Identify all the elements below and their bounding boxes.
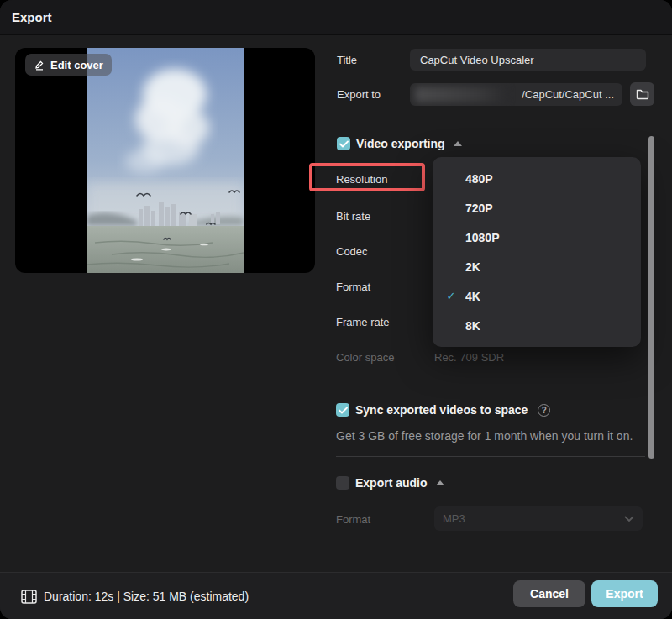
audio-format-value: MP3 (443, 512, 465, 525)
edit-cover-button[interactable]: Edit cover (25, 54, 112, 76)
sync-checkbox-row[interactable]: Sync exported videos to space ? (336, 403, 550, 417)
sync-checkbox[interactable] (336, 403, 349, 417)
export-audio-checkbox[interactable] (336, 476, 349, 490)
cover-photo-image (87, 48, 244, 273)
dropdown-option-2k[interactable]: 2K (433, 252, 641, 281)
export-path-value: /CapCut/CapCut ... (522, 88, 614, 101)
dropdown-option-label: 480P (465, 172, 493, 186)
video-exporting-label: Video exporting (356, 137, 445, 150)
check-icon (339, 140, 349, 148)
codec-label: Codec (336, 245, 368, 258)
collapse-arrow-icon[interactable] (436, 480, 444, 485)
export-dialog: Export (0, 0, 672, 619)
dropdown-option-480p[interactable]: 480P (433, 164, 641, 193)
frame-rate-label: Frame rate (336, 316, 390, 328)
dropdown-option-label: 1080P (465, 231, 499, 244)
dropdown-option-4k-selected[interactable]: ✓ 4K (433, 281, 641, 311)
screen: Export (0, 0, 672, 619)
export-summary: Duration: 12s | Size: 51 MB (estimated) (21, 573, 249, 619)
color-space-value: Rec. 709 SDR (434, 351, 504, 364)
export-path-input[interactable]: /CapCut/CapCut ... (410, 83, 622, 106)
format-label: Format (336, 281, 370, 293)
dropdown-option-label: 8K (465, 319, 480, 333)
audio-format-label: Format (336, 513, 370, 526)
vertical-scrollbar-thumb[interactable] (648, 136, 654, 459)
folder-icon (636, 88, 649, 100)
dropdown-option-1080p[interactable]: 1080P (433, 223, 641, 252)
pencil-icon (34, 59, 45, 71)
color-space-label: Color space (336, 351, 394, 364)
sync-hint-text: Get 3 GB of free storage for 1 month whe… (336, 429, 633, 443)
browse-folder-button[interactable] (630, 82, 654, 106)
selected-check-icon: ✓ (444, 290, 458, 302)
chevron-down-icon (624, 516, 634, 522)
sync-label: Sync exported videos to space (355, 403, 528, 417)
video-cover-preview: Edit cover (15, 48, 315, 273)
blurred-path-segment (415, 87, 507, 102)
check-icon (339, 407, 348, 414)
dialog-titlebar: Export (0, 0, 672, 35)
audio-format-select[interactable]: MP3 (434, 506, 643, 531)
duration-size-text: Duration: 12s | Size: 51 MB (estimated) (44, 590, 249, 603)
video-exporting-checkbox[interactable] (337, 137, 350, 150)
export-audio-checkbox-row[interactable]: Export audio (336, 476, 444, 490)
dropdown-option-label: 4K (465, 290, 480, 303)
help-icon[interactable]: ? (538, 404, 550, 417)
collapse-arrow-icon[interactable] (454, 141, 462, 146)
cover-photo (87, 48, 244, 273)
export-to-label: Export to (337, 88, 381, 101)
dropdown-option-label: 720P (465, 202, 493, 215)
edit-cover-label: Edit cover (50, 59, 103, 71)
title-value: CapCut Video Upscaler (420, 54, 534, 66)
title-input[interactable]: CapCut Video Upscaler (410, 49, 646, 71)
export-audio-label: Export audio (355, 476, 428, 490)
dropdown-option-720p[interactable]: 720P (433, 193, 641, 223)
dropdown-option-8k[interactable]: 8K (433, 311, 641, 340)
resolution-dropdown-menu: 480P 720P 1080P 2K ✓ 4K 8K (433, 157, 641, 347)
section-divider (336, 456, 645, 457)
dropdown-option-label: 2K (465, 260, 480, 274)
annotation-highlight-resolution (309, 163, 425, 191)
film-icon (21, 590, 37, 604)
title-label: Title (337, 54, 357, 66)
export-button[interactable]: Export (591, 580, 658, 607)
bit-rate-label: Bit rate (336, 210, 370, 223)
video-exporting-checkbox-row[interactable]: Video exporting (337, 137, 462, 150)
dialog-title: Export (12, 10, 52, 24)
cancel-button[interactable]: Cancel (513, 580, 585, 607)
